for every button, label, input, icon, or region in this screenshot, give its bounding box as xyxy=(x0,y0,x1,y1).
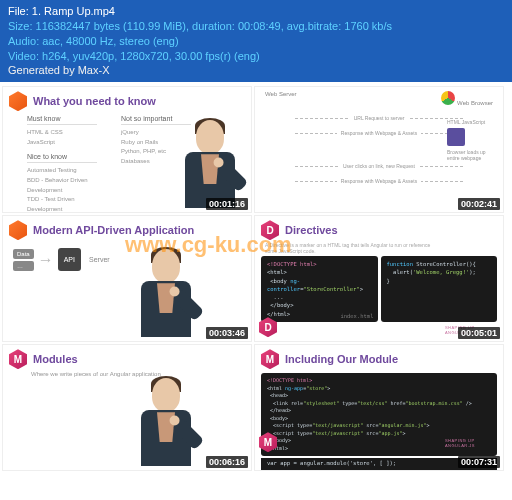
arrow-text: User clicks on link, new Request xyxy=(339,163,419,169)
col-header: Must know xyxy=(27,115,97,125)
arrow-text: URL Request to server xyxy=(350,115,409,121)
thumbnail-6[interactable]: M Including Our Module <!DOCTYPE html><h… xyxy=(254,344,504,471)
browser-label: Web Browser xyxy=(457,100,493,106)
col-items: HTML & CSS JavaScript xyxy=(27,128,97,147)
hex-icon xyxy=(9,220,27,240)
thumbnail-grid: What you need to know Must know HTML & C… xyxy=(0,82,512,475)
file-label: File: xyxy=(8,5,29,17)
timestamp: 00:07:31 xyxy=(458,456,500,468)
timestamp: 00:05:01 xyxy=(458,327,500,339)
filename: 1. Ramp Up.mp4 xyxy=(32,5,115,17)
server-label: Server xyxy=(89,256,110,263)
timestamp: 00:03:46 xyxy=(206,327,248,339)
col-header: Nice to know xyxy=(27,153,97,163)
timestamp: 00:01:16 xyxy=(206,198,248,210)
presenter-figure xyxy=(131,374,201,470)
media-info-header: File: 1. Ramp Up.mp4 Size: 116382447 byt… xyxy=(0,0,512,82)
hex-icon: D xyxy=(259,317,277,337)
size-line: Size: 116382447 bytes (110.99 MiB), dura… xyxy=(8,19,504,34)
slide-title: What you need to know xyxy=(33,95,156,107)
hex-icon: M xyxy=(259,432,277,452)
caption: some JavaScript code. xyxy=(255,248,503,254)
hex-icon xyxy=(9,91,27,111)
thumbnail-1[interactable]: What you need to know Must know HTML & C… xyxy=(2,86,252,213)
slide-title: Modern API-Driven Application xyxy=(33,224,194,236)
arrow-text: Response with Webpage & Assets xyxy=(337,178,421,184)
brand-label: Shaping Up Angular.js xyxy=(445,438,475,448)
server-label: Web Server xyxy=(265,91,297,106)
chrome-icon xyxy=(441,91,455,105)
video-line: Video: h264, yuv420p, 1280x720, 30.00 fp… xyxy=(8,49,504,64)
code-snippet: function StoreController(){ alert('Welco… xyxy=(381,256,498,322)
asset-icon xyxy=(447,128,465,146)
arrow-text: Response with Webpage & Assets xyxy=(337,130,421,136)
data-box: … xyxy=(13,261,34,271)
col-items: Automated Testing BDD - Behavior Driven … xyxy=(27,166,97,213)
thumbnail-3[interactable]: Modern API-Driven Application Data … → A… xyxy=(2,215,252,342)
hex-icon: D xyxy=(261,220,279,240)
generated-by: Generated by Max-X xyxy=(8,63,504,78)
thumbnail-2[interactable]: Web Server Web Browser URL Request to se… xyxy=(254,86,504,213)
thumbnail-4[interactable]: D Directives A Directive is a marker on … xyxy=(254,215,504,342)
presenter-figure xyxy=(131,245,201,341)
slide-title: Modules xyxy=(33,353,78,365)
thumbnail-5[interactable]: M Modules Where we write pieces of our A… xyxy=(2,344,252,471)
hex-icon: M xyxy=(9,349,27,369)
slide-title: Including Our Module xyxy=(285,353,398,365)
hex-icon: M xyxy=(261,349,279,369)
timestamp: 00:02:41 xyxy=(458,198,500,210)
audio-line: Audio: aac, 48000 Hz, stereo (eng) xyxy=(8,34,504,49)
api-box: API xyxy=(58,248,81,271)
code-snippet: <!DOCTYPE html><html> <body ng-controlle… xyxy=(261,256,378,322)
side-note: Browser loads up entire webpage xyxy=(447,149,486,161)
slide-title: Directives xyxy=(285,224,338,236)
data-box: Data xyxy=(13,249,34,259)
html-label: HTML JavaScript xyxy=(447,119,485,125)
subtitle: Where we write pieces of our Angular app… xyxy=(3,371,251,379)
timestamp: 00:06:16 xyxy=(206,456,248,468)
